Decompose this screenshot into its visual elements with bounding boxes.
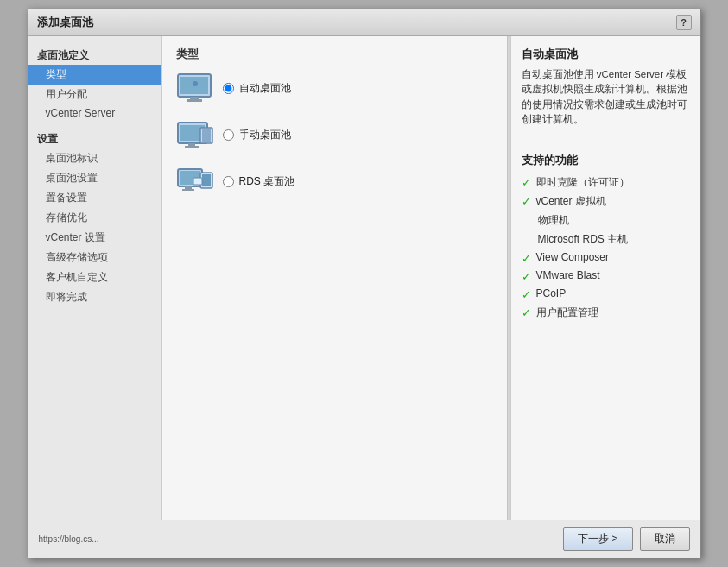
feature-no-check-icon-3 (522, 232, 533, 244)
feature-check-icon-0: ✓ (522, 176, 531, 189)
dialog-title: 添加桌面池 (37, 15, 93, 30)
sidebar-item-provision[interactable]: 置备设置 (28, 188, 161, 208)
feature-item-7: ✓ 用户配置管理 (522, 306, 690, 320)
rds-pool-label: RDS 桌面池 (239, 174, 295, 189)
svg-rect-8 (185, 146, 199, 148)
auto-pool-icon (176, 72, 214, 104)
right-panel-title: 自动桌面池 自动桌面池使用 vCenter Server 模板或虚拟机快照生成新… (522, 47, 690, 137)
dialog-footer: https://blog.cs... 下一步 > 取消 (28, 520, 700, 558)
sidebar-item-storage-opt[interactable]: 存储优化 (28, 208, 161, 228)
feature-item-2: 物理机 (522, 213, 690, 228)
sidebar-item-type[interactable]: 类型 (28, 65, 161, 85)
dialog-titlebar: 添加桌面池 ? (28, 9, 700, 36)
feature-check-icon-4: ✓ (522, 252, 531, 265)
feature-check-icon-1: ✓ (522, 195, 531, 208)
svg-rect-10 (202, 129, 211, 142)
feature-no-check-icon-2 (522, 213, 533, 225)
manual-pool-label: 手动桌面池 (239, 128, 291, 142)
features-section: 支持的功能 ✓ 即时克隆（许可证） ✓ vCenter 虚拟机 物理机 Micr… (522, 146, 690, 324)
svg-rect-14 (182, 189, 194, 191)
feature-check-icon-6: ✓ (522, 288, 531, 301)
feature-item-6: ✓ PCoIP (522, 287, 690, 301)
feature-item-5: ✓ VMware Blast (522, 269, 690, 283)
type-option-auto[interactable]: 自动桌面池 (176, 72, 493, 104)
feature-label-3: Microsoft RDS 主机 (538, 232, 629, 247)
svg-rect-13 (185, 186, 192, 189)
svg-rect-7 (188, 143, 195, 146)
feature-item-0: ✓ 即时克隆（许可证） (522, 175, 690, 190)
feature-label-4: View Composer (536, 251, 609, 263)
manual-pool-radio[interactable] (223, 129, 234, 141)
feature-label-5: VMware Blast (536, 269, 600, 281)
auto-pool-radio-label[interactable]: 自动桌面池 (223, 81, 291, 96)
feature-label-6: PCoIP (536, 287, 567, 299)
next-button[interactable]: 下一步 > (563, 527, 632, 551)
sidebar-item-pool-id[interactable]: 桌面池标识 (28, 148, 161, 168)
svg-rect-16 (202, 174, 211, 186)
dialog-body: 桌面池定义 类型 用户分配 vCenter Server 设置 桌面池标识 桌面… (28, 36, 700, 520)
rds-pool-radio-label[interactable]: RDS 桌面池 (223, 174, 295, 189)
main-content: 类型 (162, 36, 507, 520)
cancel-button[interactable]: 取消 (640, 527, 690, 551)
sidebar-item-vcenter-settings[interactable]: vCenter 设置 (28, 228, 161, 248)
sidebar-item-finish[interactable]: 即将完成 (28, 287, 161, 307)
sidebar-item-vcenter-server[interactable]: vCenter Server (28, 104, 161, 122)
feature-check-icon-7: ✓ (522, 306, 531, 319)
feature-check-icon-5: ✓ (522, 270, 531, 283)
auto-pool-label: 自动桌面池 (239, 81, 291, 96)
manual-pool-icon (176, 119, 214, 150)
sidebar-section-settings: 设置 (28, 129, 161, 148)
feature-item-4: ✓ View Composer (522, 251, 690, 265)
sidebar: 桌面池定义 类型 用户分配 vCenter Server 设置 桌面池标识 桌面… (28, 36, 162, 520)
help-icon: ? (681, 17, 687, 28)
sidebar-item-pool-settings[interactable]: 桌面池设置 (28, 168, 161, 188)
svg-rect-17 (193, 178, 202, 185)
feature-label-0: 即时克隆（许可证） (536, 175, 630, 190)
section-title: 类型 (176, 47, 493, 62)
sidebar-section-desktop-def: 桌面池定义 (28, 45, 161, 65)
auto-pool-radio[interactable] (223, 83, 234, 94)
type-option-rds[interactable]: RDS 桌面池 (176, 166, 493, 197)
url-bar: https://blog.cs... (39, 534, 557, 544)
right-panel: 自动桌面池 自动桌面池使用 vCenter Server 模板或虚拟机快照生成新… (510, 36, 700, 520)
rds-pool-icon (176, 166, 214, 197)
feature-label-2: 物理机 (538, 213, 569, 228)
feature-label-1: vCenter 虚拟机 (536, 194, 606, 209)
feature-item-1: ✓ vCenter 虚拟机 (522, 194, 690, 209)
add-desktop-pool-dialog: 添加桌面池 ? 桌面池定义 类型 用户分配 vCenter Server 设置 … (28, 9, 701, 558)
svg-rect-3 (187, 99, 202, 102)
svg-point-4 (193, 81, 198, 86)
type-option-manual[interactable]: 手动桌面池 (176, 119, 493, 150)
type-options: 自动桌面池 (176, 72, 493, 509)
sidebar-item-advanced-storage[interactable]: 高级存储选项 (28, 248, 161, 268)
rds-pool-radio[interactable] (223, 176, 234, 187)
feature-item-3: Microsoft RDS 主机 (522, 232, 690, 247)
sidebar-item-guest-custom[interactable]: 客户机自定义 (28, 268, 161, 287)
sidebar-item-user-assign[interactable]: 用户分配 (28, 85, 161, 104)
svg-rect-2 (190, 97, 199, 99)
feature-label-7: 用户配置管理 (536, 306, 598, 320)
help-button[interactable]: ? (676, 15, 692, 30)
manual-pool-radio-label[interactable]: 手动桌面池 (223, 128, 291, 142)
